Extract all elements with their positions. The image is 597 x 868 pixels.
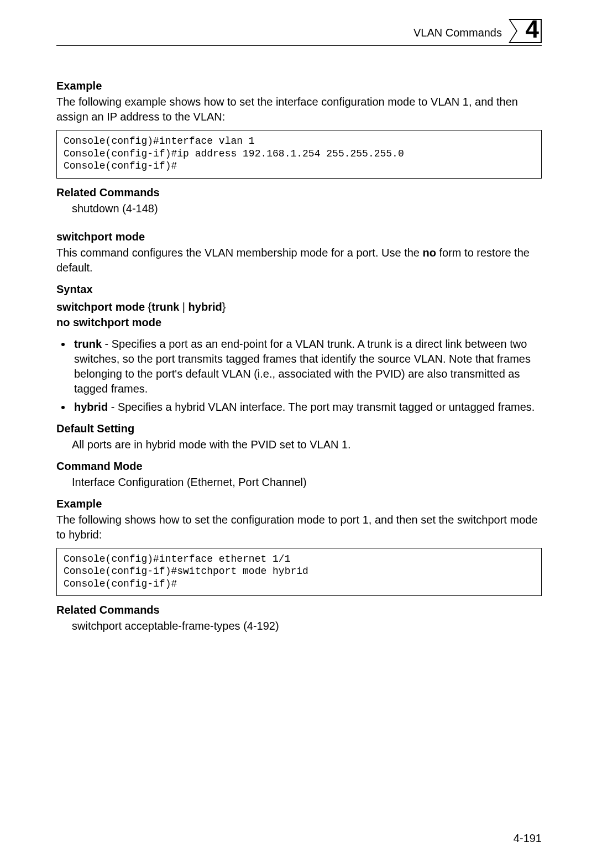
example-code-block: Console(config)#interface vlan 1 Console…	[56, 130, 542, 179]
header-divider	[56, 45, 542, 46]
example2-heading: Example	[56, 498, 542, 510]
page-container: VLAN Commands 4 Example The following ex…	[0, 0, 597, 868]
command-mode-text: Interface Configuration (Ethernet, Port …	[72, 475, 542, 490]
syntax-line1-cmd: switchport mode	[56, 301, 145, 313]
bullet-hybrid-term: hybrid	[74, 401, 108, 413]
chapter-tab-icon: 4	[509, 19, 542, 43]
example-intro-text: The following example shows how to set t…	[56, 95, 542, 124]
command-mode-heading: Command Mode	[56, 460, 542, 473]
default-setting-text: All ports are in hybrid mode with the PV…	[72, 437, 542, 452]
bullet-hybrid-desc: - Specifies a hybrid VLAN interface. The…	[108, 401, 535, 413]
command-description: This command configures the VLAN members…	[56, 245, 542, 275]
default-setting-heading: Default Setting	[56, 422, 542, 435]
chapter-number: 4	[526, 15, 538, 43]
command-desc-bold: no	[423, 247, 436, 259]
syntax-bullet-list: trunk - Specifies a port as an end-point…	[56, 337, 542, 415]
bullet-trunk-desc: - Specifies a port as an end-point for a…	[74, 338, 531, 395]
page-header: VLAN Commands 4	[56, 22, 542, 55]
syntax-line1-opt2: hybrid	[188, 301, 222, 313]
related-commands2-heading: Related Commands	[56, 604, 542, 616]
header-section-title: VLAN Commands	[413, 27, 502, 39]
bullet-trunk-term: trunk	[74, 338, 102, 350]
related-command2-item: switchport acceptable-frame-types (4-192…	[72, 619, 542, 634]
syntax-line2: no switchport mode	[56, 316, 161, 328]
example2-intro-text: The following shows how to set the confi…	[56, 513, 542, 542]
syntax-line1-brace-close: }	[222, 301, 226, 313]
syntax-line1-opt1: trunk	[151, 301, 179, 313]
command-name-heading: switchport mode	[56, 231, 542, 243]
syntax-heading: Syntax	[56, 283, 542, 296]
related-commands-heading: Related Commands	[56, 186, 542, 199]
bullet-trunk: trunk - Specifies a port as an end-point…	[72, 337, 542, 396]
related-command-item: shutdown (4-148)	[72, 201, 542, 216]
bullet-hybrid: hybrid - Specifies a hybrid VLAN interfa…	[72, 400, 542, 415]
example-heading: Example	[56, 80, 542, 92]
command-desc-part-a: This command configures the VLAN members…	[56, 247, 423, 259]
syntax-lines: switchport mode {trunk | hybrid} no swit…	[56, 299, 542, 330]
syntax-line1-brace-open: {	[145, 301, 151, 313]
syntax-line1-sep: |	[179, 301, 188, 313]
example2-code-block: Console(config)#interface ethernet 1/1 C…	[56, 548, 542, 597]
page-number: 4-191	[514, 832, 542, 845]
